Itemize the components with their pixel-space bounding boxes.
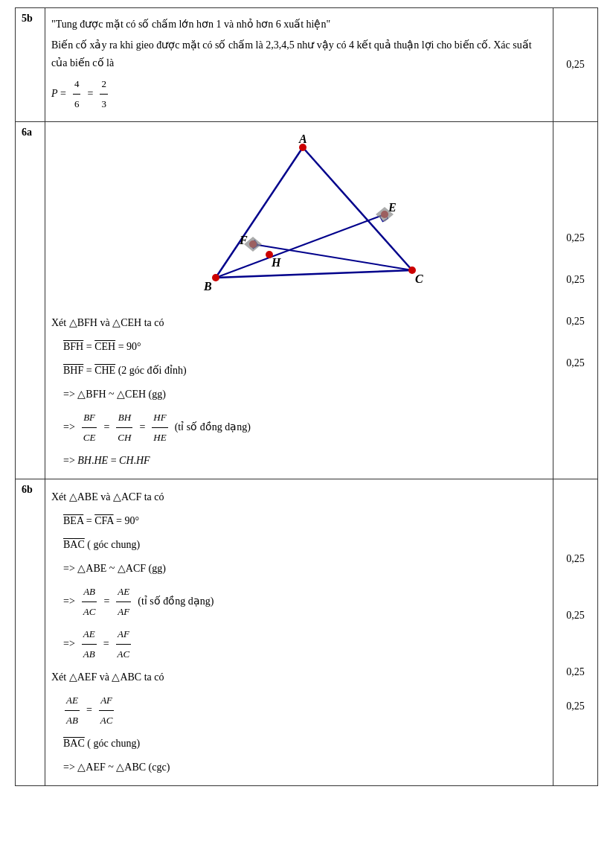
score-6b: 0,25 0,25 0,25 0,25	[553, 479, 598, 786]
6a-line2: BFH = CEH = 90°	[63, 336, 547, 357]
score-6b-2: 0,25	[559, 610, 591, 622]
score-6b-1: 0,25	[559, 553, 591, 565]
6b-line6: => AE AB = AF AC	[63, 625, 547, 664]
equals-sign: =	[85, 88, 96, 99]
score-6b-4: 0,25	[559, 701, 591, 712]
6b-line7: Xét △AEF và △ABC ta có	[51, 667, 547, 688]
6a-line4: => △BFH ~ △CEH (gg)	[63, 384, 547, 405]
text-5b-line2: Biến cố xảy ra khi gieo được mặt có số c…	[51, 36, 547, 72]
6a-line1: Xét △BFH và △CEH ta có	[51, 313, 547, 334]
6b-line3: BAC ( góc chung)	[63, 534, 547, 555]
frac-4-6: 4 6	[73, 74, 81, 114]
svg-text:H: H	[271, 256, 281, 269]
frac-hf-he: HF HE	[152, 408, 167, 447]
frac-bh-ch: BH CH	[116, 408, 132, 447]
score-6a-3: 0,25	[559, 316, 591, 328]
svg-text:B: B	[203, 280, 212, 293]
frac-2-3: 2 3	[100, 74, 108, 114]
row-id-6b: 6b	[16, 479, 45, 786]
6b-line9: BAC ( góc chung)	[63, 733, 547, 754]
frac-ae-af: AE AF	[116, 582, 131, 622]
svg-point-8	[212, 274, 219, 281]
6b-line1: Xét △ABE và △ACF ta có	[51, 487, 547, 508]
score-6a-1: 0,25	[559, 232, 591, 244]
svg-text:C: C	[415, 272, 423, 285]
6b-line5: => AB AC = AE AF (tỉ số đồng dạng)	[63, 582, 547, 622]
page: 5b "Tung được mặt có số chấm lớn hơn 1 v…	[0, 0, 613, 794]
table-row: 5b "Tung được mặt có số chấm lớn hơn 1 v…	[16, 8, 598, 122]
row-content-5b: "Tung được mặt có số chấm lớn hơn 1 và n…	[45, 8, 553, 122]
frac-ab-ac: AB AC	[82, 582, 97, 622]
svg-text:A: A	[298, 134, 307, 145]
svg-line-0	[216, 147, 303, 278]
score-6a: 0,25 0,25 0,25 0,25	[553, 122, 598, 479]
frac-ae-ab2: AE AB	[65, 691, 80, 730]
text-5b-line1: "Tung được mặt có số chấm lớn hơn 1 và n…	[51, 16, 547, 33]
6b-line8: AE AB = AF AC	[63, 691, 547, 730]
p-label: P =	[51, 88, 68, 99]
frac-af-ac: AF AC	[116, 625, 132, 664]
row-content-6a: A B C E F H Xét △BFH và △CEH ta có BFH =…	[45, 122, 553, 479]
main-table: 5b "Tung được mặt có số chấm lớn hơn 1 v…	[15, 7, 598, 786]
formula-p: P = 4 6 = 2 3	[51, 74, 547, 114]
row-content-6b: Xét △ABE và △ACF ta có BEA = CFA = 90° B…	[45, 479, 553, 786]
frac-ae-ab: AE AB	[82, 625, 97, 664]
row-id-6a: 6a	[16, 122, 45, 479]
6a-line6: => BH.HE = CH.HF	[63, 450, 547, 471]
table-row-6b: 6b Xét △ABE và △ACF ta có BEA = CFA = 90…	[16, 479, 598, 786]
frac-bf-ce: BF CE	[82, 408, 97, 447]
triangle-diagram: A B C E F H	[173, 134, 426, 305]
score-6a-4: 0,25	[559, 357, 591, 369]
score-6a-2: 0,25	[559, 274, 591, 286]
svg-line-2	[216, 270, 412, 278]
table-row-6a: 6a	[16, 122, 598, 479]
row-id-5b: 5b	[16, 8, 45, 122]
6b-line10: => △AEF ~ △ABC (cgc)	[63, 757, 547, 778]
6b-line2: BEA = CFA = 90°	[63, 511, 547, 532]
score-6b-3: 0,25	[559, 666, 591, 678]
6b-line4: => △ABE ~ △ACF (gg)	[63, 558, 547, 579]
score-5b: 0,25	[553, 8, 598, 122]
6a-line3: BHF = CHE (2 góc đối đỉnh)	[63, 360, 547, 381]
frac-af-ac2: AF AC	[99, 691, 115, 730]
6a-line5: => BF CE = BH CH = HF HE (	[63, 408, 547, 447]
